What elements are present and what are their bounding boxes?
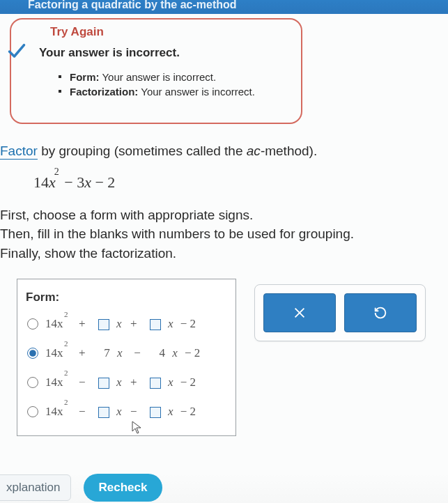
question-prompt: Factor by grouping (sometimes called the… [0,142,448,161]
instructions: First, choose a form with appropriate si… [0,206,448,263]
feedback-headline: Your answer is incorrect. [39,46,284,60]
factor-link[interactable]: Factor [0,144,38,160]
feedback-card: Try Again Your answer is incorrect. Form… [10,18,302,124]
check-icon [7,42,26,61]
instruction-line: First, choose a form with appropriate si… [0,206,448,225]
blank-input[interactable] [150,378,161,389]
form-title: Form: [26,291,227,304]
close-icon [292,305,307,320]
quadratic-expression: 14x2 − 3x − 2 [33,173,448,192]
form-option[interactable]: 14x2 + x + x − 2 [27,317,227,331]
blank-input[interactable] [150,319,161,330]
form-radio[interactable] [27,318,38,330]
blank-input[interactable] [98,319,109,330]
explanation-button[interactable]: xplanation [0,474,71,501]
lesson-title: Factoring a quadratic by the ac-method [28,0,237,10]
instruction-line: Then, fill in the blanks with numbers to… [0,224,448,244]
blank-input[interactable] [98,378,109,389]
feedback-item-label: Factorization: [70,86,138,98]
blank-input[interactable] [98,407,109,418]
form-option[interactable]: 14x2 − x − x − 2 [27,405,227,419]
undo-icon [373,305,388,320]
form-radio[interactable] [27,348,38,359]
form-option[interactable]: 14x2 + 7 x − 4 x − 2 [27,346,227,360]
bottom-bar: xplanation Recheck [0,472,448,503]
feedback-item: Factorization: Your answer is incorrect. [70,84,284,99]
action-panel [254,284,426,341]
lesson-title-bar: Factoring a quadratic by the ac-method [0,0,448,14]
reset-button[interactable] [344,293,417,332]
try-again-label: Try Again [50,25,284,39]
feedback-list: Form: Your answer is incorrect. Factoriz… [70,70,284,99]
blank-input[interactable] [150,407,161,418]
clear-button[interactable] [263,293,336,332]
form-radio[interactable] [27,406,38,417]
form-panel: Form: 14x2 + x + x − 2 14x2 + 7 x − 4 x [17,279,236,436]
form-radio[interactable] [27,377,38,388]
form-option[interactable]: 14x2 − x + x − 2 [27,376,227,389]
instruction-line: Finally, show the factorization. [0,244,448,263]
recheck-button[interactable]: Recheck [84,474,163,502]
feedback-item-msg: Your answer is incorrect. [102,71,216,83]
feedback-item: Form: Your answer is incorrect. [70,70,284,84]
feedback-item-label: Form: [70,71,100,83]
feedback-item-msg: Your answer is incorrect. [141,86,255,98]
